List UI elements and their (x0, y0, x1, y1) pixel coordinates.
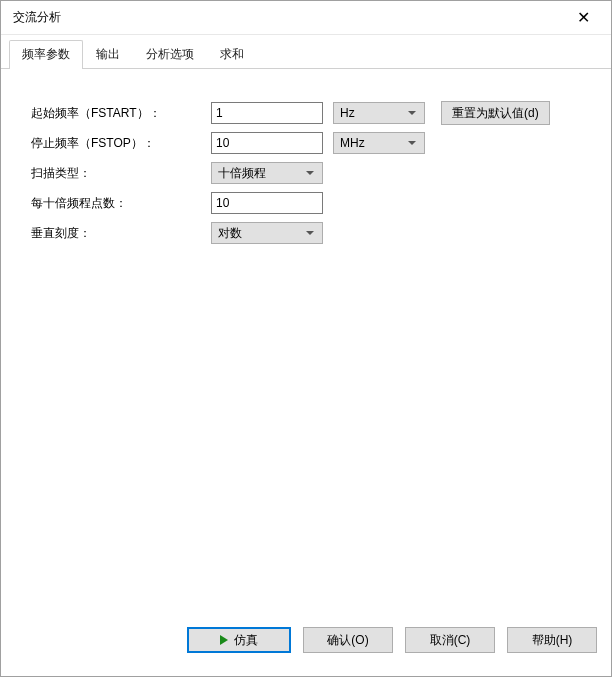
select-value: 对数 (218, 225, 242, 242)
label-fstop: 停止频率（FSTOP）： (31, 135, 211, 152)
label-fstart: 起始频率（FSTART）： (31, 105, 211, 122)
close-icon: ✕ (577, 8, 590, 27)
reset-defaults-button[interactable]: 重置为默认值(d) (441, 101, 550, 125)
row-fstart: 起始频率（FSTART）： Hz 重置为默认值(d) (31, 99, 591, 127)
tab-analysis-options[interactable]: 分析选项 (133, 40, 207, 69)
row-points-per-decade: 每十倍频程点数： (31, 189, 591, 217)
tab-frequency-params[interactable]: 频率参数 (9, 40, 83, 69)
select-sweep-type[interactable]: 十倍频程 (211, 162, 323, 184)
select-fstop-unit[interactable]: MHz (333, 132, 425, 154)
cancel-button[interactable]: 取消(C) (405, 627, 495, 653)
ok-button[interactable]: 确认(O) (303, 627, 393, 653)
titlebar: 交流分析 ✕ (1, 1, 611, 35)
select-vertical-scale[interactable]: 对数 (211, 222, 323, 244)
run-button[interactable]: 仿真 (187, 627, 291, 653)
select-value: Hz (340, 106, 355, 120)
close-button[interactable]: ✕ (563, 4, 603, 32)
dialog-footer: 仿真 确认(O) 取消(C) 帮助(H) (1, 616, 611, 676)
input-fstart[interactable] (211, 102, 323, 124)
label-points-per-decade: 每十倍频程点数： (31, 195, 211, 212)
tab-bar: 频率参数 输出 分析选项 求和 (1, 35, 611, 69)
label-vertical-scale: 垂直刻度： (31, 225, 211, 242)
run-button-label: 仿真 (234, 632, 258, 649)
select-fstart-unit[interactable]: Hz (333, 102, 425, 124)
tab-summation[interactable]: 求和 (207, 40, 257, 69)
play-icon (220, 635, 228, 645)
form-area: 起始频率（FSTART）： Hz 重置为默认值(d) 停止频率（FSTOP）： … (1, 69, 611, 616)
row-sweep-type: 扫描类型： 十倍频程 (31, 159, 591, 187)
help-button[interactable]: 帮助(H) (507, 627, 597, 653)
row-fstop: 停止频率（FSTOP）： MHz (31, 129, 591, 157)
input-points-per-decade[interactable] (211, 192, 323, 214)
window-title: 交流分析 (13, 9, 563, 26)
label-sweep-type: 扫描类型： (31, 165, 211, 182)
select-value: MHz (340, 136, 365, 150)
tab-output[interactable]: 输出 (83, 40, 133, 69)
select-value: 十倍频程 (218, 165, 266, 182)
row-vertical-scale: 垂直刻度： 对数 (31, 219, 591, 247)
dialog-ac-analysis: 交流分析 ✕ 频率参数 输出 分析选项 求和 起始频率（FSTART）： Hz … (0, 0, 612, 677)
input-fstop[interactable] (211, 132, 323, 154)
